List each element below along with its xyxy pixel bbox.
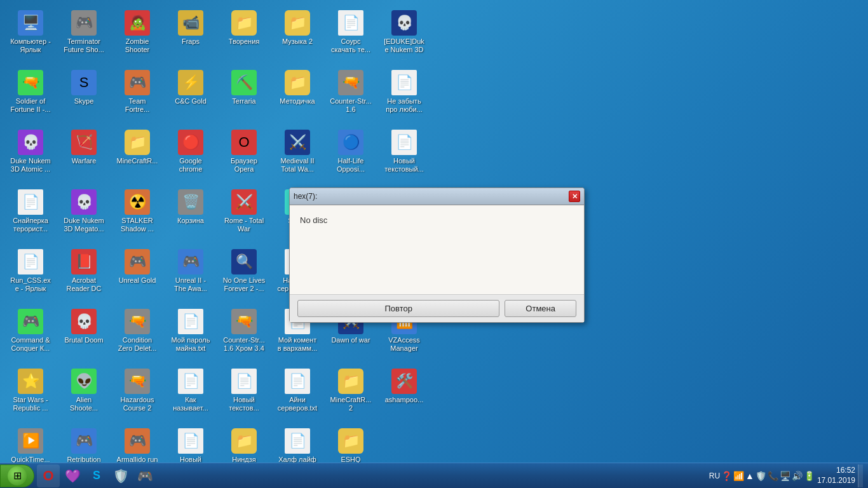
icon-image-unrealgold: 🎮 xyxy=(125,249,150,274)
desktop-icon-teamfortress[interactable]: 🎮Team Fortre... xyxy=(113,66,161,123)
icon-label-halflife: Half-Life Opposi... xyxy=(329,157,372,173)
desktop-icon-terraria[interactable]: ⛏️Terraria xyxy=(220,66,268,123)
icon-label-dawnofwar: Dawn of war xyxy=(331,336,370,344)
desktop-icon-nezabyt[interactable]: 📄Не забыть про люби... xyxy=(380,66,428,123)
icon-image-runcss: 📄 xyxy=(18,249,43,274)
taskbar-skype-icon[interactable]: S xyxy=(85,464,108,487)
desktop-icon-fraps[interactable]: 📹Fraps xyxy=(166,6,215,64)
desktop-icon-kaknaz[interactable]: 📄Как называет... xyxy=(166,365,215,422)
desktop-icon-noone[interactable]: 🔍No One Lives Forever 2 -... xyxy=(220,245,268,302)
desktop-icon-alien[interactable]: 👽Alien Shoote... xyxy=(60,365,108,422)
desktop-icon-stalker[interactable]: ☢️STALKER Shadow ... xyxy=(113,186,161,243)
antivirus-icon[interactable]: 🛡️ xyxy=(756,471,766,481)
desktop-icon-rome[interactable]: ⚔️Rome - Total War xyxy=(220,186,268,243)
icon-image-retribution: 🎮 xyxy=(71,428,97,454)
desktop-icon-opera[interactable]: OБраузер Opera xyxy=(220,126,268,183)
desktop-icon-warfare[interactable]: 🏹Warfare xyxy=(60,126,108,183)
desktop-icon-moiparol[interactable]: 📄Мой пароль майна.txt xyxy=(166,305,215,362)
desktop-icon-runcss[interactable]: 📄Run_CSS.exe - Ярлык xyxy=(6,245,55,302)
dialog-close-button[interactable]: ✕ xyxy=(569,191,580,202)
icon-image-starwars: ⭐ xyxy=(18,369,43,394)
desktop-icon-cond0[interactable]: 🔫Condition Zero Delet... xyxy=(113,305,161,362)
desktop-icon-terminator[interactable]: 🎮Terminator Future Sho... xyxy=(60,6,108,64)
taskbar-opera-icon[interactable]: O xyxy=(37,464,60,487)
icon-image-moiparol: 📄 xyxy=(178,309,203,334)
desktop-icon-aini[interactable]: 📄Айни серверов.txt xyxy=(273,365,322,422)
dialog-body: No disc xyxy=(290,205,584,294)
expand-icon[interactable]: ▲ xyxy=(745,471,754,481)
desktop-icon-starwars[interactable]: ⭐Star Wars - Republic ... xyxy=(6,365,55,422)
icon-image-source: 📄 xyxy=(338,10,363,36)
icon-image-fraps: 📹 xyxy=(178,10,203,36)
ru-lang-icon[interactable]: RU xyxy=(709,471,720,480)
phone-icon[interactable]: 📞 xyxy=(768,471,778,481)
icon-image-commandk: 🎮 xyxy=(18,309,43,334)
network-icon[interactable]: 📶 xyxy=(733,471,744,481)
desktop-icon-cncgold[interactable]: ⚡C&C Gold xyxy=(166,66,215,123)
icon-label-warfare: Warfare xyxy=(72,157,97,165)
dialog-box: hex(7): ✕ No disc Повтор Отмена xyxy=(289,187,585,323)
desktop-icon-computer[interactable]: 🖥️Компьютер - Ярлык xyxy=(6,6,55,64)
desktop-icon-medieval2[interactable]: ⚔️Medieval II Total Wa... xyxy=(273,126,322,183)
desktop-icon-dukenukmega[interactable]: 💀Duke Nukem 3D Megato... xyxy=(60,186,108,243)
icon-image-zombie: 🧟 xyxy=(125,10,150,36)
icon-label-aini: Айни серверов.txt xyxy=(276,396,319,412)
desktop-icon-hazardous[interactable]: 🔫Hazardous Course 2 xyxy=(113,365,161,422)
icon-image-korzina: 🗑️ xyxy=(178,189,203,215)
desktop-icon-css16[interactable]: 🔫Counter-Str... 1.6 xyxy=(327,66,375,123)
icon-image-halflife: 🔵 xyxy=(338,130,363,155)
desktop-icon-korzina[interactable]: 🗑️Корзина xyxy=(166,186,215,243)
desktop-icon-music2[interactable]: 📁Музыка 2 xyxy=(273,6,322,64)
desktop-icon-halflife[interactable]: 🔵Half-Life Opposi... xyxy=(327,126,375,183)
battery-icon[interactable]: 🔋 xyxy=(804,471,815,481)
icon-label-metodichka: Методичка xyxy=(280,97,315,105)
desktop-icon-dukenukm3d[interactable]: 💀[EDUKE]Duke Nukem 3D ... xyxy=(380,6,428,64)
desktop-icon-metodichka[interactable]: 📁Методичка xyxy=(273,66,322,123)
desktop-icon-novyi2[interactable]: 📄Новый текстов... xyxy=(220,365,268,422)
desktop-icon-novyitxt[interactable]: 📄Новый текстовый... xyxy=(380,126,428,183)
desktop-icon-commandk[interactable]: 🎮Command & Conquer К... xyxy=(6,305,55,362)
icon-label-koment: Мой комент в вархамм... xyxy=(276,336,319,353)
desktop-icon-css2[interactable]: 🔫Counter-Str... 1.6 Хром 3.4 xyxy=(220,305,268,362)
desktop-icon-dukenukem3d2[interactable]: 💀Duke Nukem 3D Atomic ... xyxy=(6,126,55,183)
desktop-icon-sniper[interactable]: 📄Снайперка терорист... xyxy=(6,186,55,243)
desktop-icon-minecraftr[interactable]: 📁MineCraftR... xyxy=(113,126,161,183)
taskbar-viber-icon[interactable]: 💜 xyxy=(61,464,84,487)
desktop-icon-tvorenia[interactable]: 📁Творения xyxy=(220,6,268,64)
icon-label-runcss: Run_CSS.exe - Ярлык xyxy=(9,276,52,293)
icon-label-vzaccess: VZAccess Manager xyxy=(383,336,426,353)
volume-icon[interactable]: 🔊 xyxy=(792,471,803,481)
icon-label-skype: Skype xyxy=(74,97,94,105)
start-orb-icon: ⊞ xyxy=(8,466,27,485)
icon-label-brutaldoom: Brutal Doom xyxy=(64,336,103,344)
dialog-cancel-button[interactable]: Отмена xyxy=(505,300,576,317)
desktop-icon-brutaldoom[interactable]: 💀Brutal Doom xyxy=(60,305,108,362)
desktop-icon-skype[interactable]: SSkype xyxy=(60,66,108,123)
dialog-retry-button[interactable]: Повтор xyxy=(297,300,499,317)
help-icon[interactable]: ❓ xyxy=(721,471,732,481)
icon-label-css2: Counter-Str... 1.6 Хром 3.4 xyxy=(222,336,266,353)
taskbar-kaspersky-icon[interactable]: 🛡️ xyxy=(109,464,132,487)
icon-image-nindya: 📁 xyxy=(231,428,257,454)
icon-image-teamfortress: 🎮 xyxy=(125,70,150,95)
desktop-icon-sof2[interactable]: 🔫Soldier of Fortune II -... xyxy=(6,66,55,123)
icon-image-computer: 🖥️ xyxy=(18,10,43,36)
icon-label-medieval2: Medieval II Total Wa... xyxy=(276,157,319,173)
desktop-icon-source[interactable]: 📄Соурс скачать те... xyxy=(327,6,375,64)
desktop-icon-ashampoo[interactable]: 🛠️ashampoo... xyxy=(380,365,428,422)
monitor-icon[interactable]: 🖥️ xyxy=(780,471,790,481)
icon-image-terraria: ⛏️ xyxy=(231,70,257,95)
desktop-icon-googlechrome[interactable]: 🔴Google chrome xyxy=(166,126,215,183)
icon-label-fraps: Fraps xyxy=(182,37,200,46)
desktop-icon-zombie[interactable]: 🧟Zombie Shooter xyxy=(113,6,161,64)
icon-label-minecraftr2: MineCraftR... 2 xyxy=(329,396,372,412)
desktop-icon-unrealgold[interactable]: 🎮Unreal Gold xyxy=(113,245,161,302)
desktop-icon-acrobat[interactable]: 📕Acrobat Reader DC xyxy=(60,245,108,302)
start-button[interactable]: ⊞ xyxy=(0,464,34,487)
taskbar-game-icon[interactable]: 🎮 xyxy=(133,464,156,487)
icon-label-noone: No One Lives Forever 2 -... xyxy=(222,276,266,293)
taskbar-clock[interactable]: 16:52 17.01.2019 xyxy=(817,466,855,485)
desktop-icon-minecraftr2[interactable]: 📁MineCraftR... 2 xyxy=(327,365,375,422)
show-desktop-button[interactable] xyxy=(858,464,863,487)
desktop-icon-unreal2[interactable]: 🎮Unreal II - The Awa... xyxy=(166,245,215,302)
